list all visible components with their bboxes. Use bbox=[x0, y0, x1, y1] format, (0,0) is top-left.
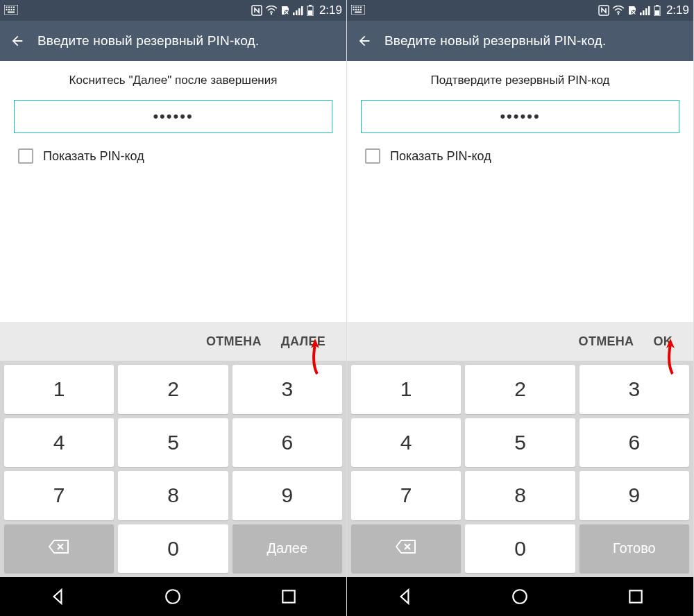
svg-rect-6 bbox=[8, 9, 10, 10]
signal-icon bbox=[293, 6, 304, 15]
done-key[interactable]: Далее bbox=[232, 524, 342, 574]
backspace-icon bbox=[396, 539, 416, 558]
nfc-icon bbox=[598, 5, 609, 16]
svg-rect-37 bbox=[645, 8, 648, 15]
svg-rect-29 bbox=[358, 9, 359, 10]
no-sim-icon bbox=[627, 5, 637, 16]
svg-point-33 bbox=[618, 13, 619, 15]
nfc-icon bbox=[251, 5, 262, 16]
key-1[interactable]: 1 bbox=[351, 365, 461, 414]
svg-rect-15 bbox=[298, 8, 301, 15]
wifi-icon bbox=[265, 6, 278, 15]
svg-rect-14 bbox=[296, 10, 298, 15]
key-4[interactable]: 4 bbox=[4, 418, 114, 468]
svg-rect-35 bbox=[640, 12, 642, 15]
svg-rect-30 bbox=[360, 9, 362, 10]
back-arrow-icon[interactable] bbox=[10, 33, 25, 49]
key-5[interactable]: 5 bbox=[465, 418, 575, 468]
page-title: Введите новый резервный PIN-код. bbox=[37, 33, 259, 49]
status-time: 2:19 bbox=[666, 3, 689, 17]
instruction-text: Подтвердите резервный PIN-код bbox=[361, 74, 679, 87]
wifi-icon bbox=[612, 6, 625, 15]
pin-input[interactable]: •••••• bbox=[14, 100, 332, 133]
status-time: 2:19 bbox=[319, 3, 342, 17]
svg-rect-38 bbox=[648, 6, 650, 15]
page-title: Введите новый резервный PIN-код. bbox=[384, 33, 606, 49]
nav-back-icon[interactable] bbox=[49, 588, 67, 606]
svg-rect-31 bbox=[355, 11, 362, 12]
svg-rect-25 bbox=[358, 6, 359, 8]
status-bar: 2:19 bbox=[347, 0, 693, 21]
svg-point-20 bbox=[167, 590, 180, 604]
svg-rect-21 bbox=[282, 590, 294, 602]
nav-recent-icon[interactable] bbox=[627, 588, 645, 606]
key-5[interactable]: 5 bbox=[118, 418, 228, 468]
content-area: Коснитесь "Далее" после завершения •••••… bbox=[0, 61, 346, 322]
key-6[interactable]: 6 bbox=[232, 418, 342, 468]
cancel-button[interactable]: ОТМЕНА bbox=[579, 334, 634, 349]
key-4[interactable]: 4 bbox=[351, 418, 461, 468]
key-2[interactable]: 2 bbox=[465, 365, 575, 414]
nav-recent-icon[interactable] bbox=[280, 588, 298, 606]
pin-input[interactable]: •••••• bbox=[361, 100, 679, 133]
svg-point-11 bbox=[271, 13, 272, 15]
svg-rect-1 bbox=[6, 6, 8, 8]
svg-rect-41 bbox=[655, 10, 659, 15]
nav-home-icon[interactable] bbox=[164, 588, 182, 606]
svg-rect-19 bbox=[308, 10, 312, 15]
key-9[interactable]: 9 bbox=[579, 471, 689, 520]
key-6[interactable]: 6 bbox=[579, 418, 689, 468]
done-key[interactable]: Готово bbox=[579, 524, 689, 574]
show-pin-row[interactable]: Показать PIN-код bbox=[361, 146, 679, 166]
key-0[interactable]: 0 bbox=[465, 524, 575, 574]
svg-rect-7 bbox=[11, 9, 12, 10]
cancel-button[interactable]: ОТМЕНА bbox=[206, 334, 262, 349]
key-7[interactable]: 7 bbox=[351, 471, 461, 520]
nav-bar bbox=[0, 577, 346, 616]
backspace-key[interactable] bbox=[351, 524, 461, 574]
nav-back-icon[interactable] bbox=[396, 588, 414, 606]
action-row: ОТМЕНА ДАЛЕЕ bbox=[0, 322, 346, 361]
key-7[interactable]: 7 bbox=[4, 471, 114, 520]
key-3[interactable]: 3 bbox=[232, 365, 342, 414]
nav-home-icon[interactable] bbox=[511, 588, 529, 606]
key-9[interactable]: 9 bbox=[232, 471, 342, 520]
svg-rect-36 bbox=[643, 10, 645, 15]
backspace-key[interactable] bbox=[4, 524, 114, 574]
key-1[interactable]: 1 bbox=[4, 365, 114, 414]
svg-rect-43 bbox=[629, 590, 641, 602]
numeric-keypad: 1 2 3 4 5 6 7 8 9 0 Готово bbox=[347, 361, 693, 577]
nav-bar bbox=[347, 577, 693, 616]
app-header: Введите новый резервный PIN-код. bbox=[347, 21, 693, 61]
svg-rect-28 bbox=[355, 9, 357, 10]
instruction-text: Коснитесь "Далее" после завершения bbox=[14, 74, 332, 87]
svg-rect-24 bbox=[355, 6, 357, 8]
key-8[interactable]: 8 bbox=[465, 471, 575, 520]
show-pin-checkbox[interactable] bbox=[365, 148, 380, 164]
svg-rect-13 bbox=[293, 12, 295, 15]
back-arrow-icon[interactable] bbox=[357, 33, 372, 49]
phone-screen-right: 2:19 Введите новый резервный PIN-код. По… bbox=[347, 0, 694, 616]
show-pin-row[interactable]: Показать PIN-код bbox=[14, 146, 332, 166]
key-0[interactable]: 0 bbox=[118, 524, 228, 574]
key-2[interactable]: 2 bbox=[118, 365, 228, 414]
next-button[interactable]: ДАЛЕЕ bbox=[281, 334, 325, 349]
show-pin-label: Показать PIN-код bbox=[390, 149, 491, 164]
status-bar: 2:19 bbox=[0, 0, 346, 21]
content-area: Подтвердите резервный PIN-код •••••• Пок… bbox=[347, 61, 693, 322]
svg-rect-2 bbox=[8, 6, 10, 8]
svg-rect-16 bbox=[301, 6, 303, 15]
svg-rect-9 bbox=[8, 11, 15, 12]
key-8[interactable]: 8 bbox=[118, 471, 228, 520]
key-3[interactable]: 3 bbox=[579, 365, 689, 414]
app-header: Введите новый резервный PIN-код. bbox=[0, 21, 346, 61]
keyboard-icon bbox=[351, 5, 365, 17]
svg-rect-27 bbox=[353, 9, 355, 10]
action-row: ОТМЕНА OK bbox=[347, 322, 693, 361]
svg-rect-5 bbox=[6, 9, 8, 10]
show-pin-checkbox[interactable] bbox=[18, 148, 33, 164]
show-pin-label: Показать PIN-код bbox=[43, 149, 144, 164]
ok-button[interactable]: OK bbox=[653, 334, 672, 349]
backspace-icon bbox=[49, 539, 69, 558]
svg-rect-23 bbox=[353, 6, 355, 8]
